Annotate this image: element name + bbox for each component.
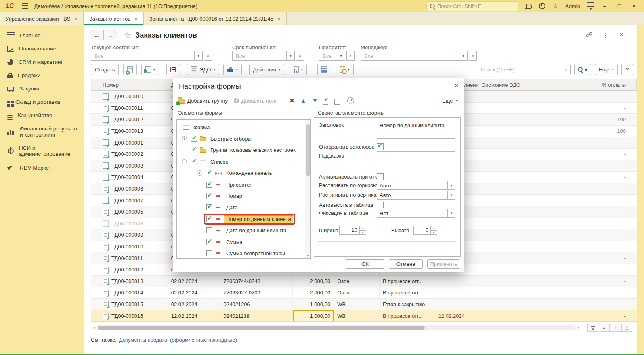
- stretch-vertical-select[interactable]: Авто▾: [377, 191, 455, 200]
- row-edo-state-cell[interactable]: [478, 183, 589, 195]
- dropdown-caret-icon[interactable]: ▾: [447, 191, 455, 199]
- sidebar-item[interactable]: RDV Маркет: [0, 161, 84, 174]
- column-header-marker[interactable]: [91, 79, 99, 90]
- row-edo-state-cell[interactable]: [478, 114, 589, 126]
- row-number-cell[interactable]: ТД00-000012: [99, 114, 168, 126]
- more-actions-icon[interactable]: [605, 33, 606, 34]
- row-payment-pct-cell[interactable]: -: [589, 310, 629, 322]
- dropdown-caret-icon[interactable]: ▾: [447, 209, 455, 217]
- favorite-star-icon[interactable]: ☆: [124, 30, 131, 40]
- row-sum-cell[interactable]: 1 000,00: [293, 310, 334, 322]
- column-header-payment-pct[interactable]: % оплаты: [589, 79, 629, 90]
- main-menu-icon[interactable]: [22, 3, 28, 9]
- tree-item-checkbox[interactable]: [206, 170, 212, 176]
- fixation-select[interactable]: Нет▾: [377, 209, 455, 218]
- column-header-edo-state[interactable]: Состояние ЭДО: [478, 79, 589, 90]
- print-button[interactable]: ▾: [223, 64, 242, 75]
- row-payment-pct-cell[interactable]: -: [589, 149, 629, 160]
- dropdown-caret-icon[interactable]: ▾: [459, 51, 467, 60]
- tree-item-checkbox[interactable]: [191, 136, 197, 142]
- forward-button[interactable]: →: [103, 30, 117, 40]
- scheduled-docs-button[interactable]: ▾: [336, 64, 354, 75]
- column-header-number[interactable]: Номер: [99, 79, 168, 90]
- ok-button[interactable]: ОК: [346, 259, 384, 269]
- show-caption-checkbox[interactable]: [377, 143, 384, 150]
- row-date-cell[interactable]: 02.02.2024: [168, 299, 220, 311]
- row-payment-pct-cell[interactable]: -: [589, 183, 629, 195]
- delete-item-button[interactable]: ✖: [289, 97, 295, 104]
- row-payment-pct-cell[interactable]: -: [589, 287, 629, 299]
- add-group-button[interactable]: Добавить группу: [178, 98, 228, 104]
- row-number-cell[interactable]: ТД00-000004: [99, 172, 168, 183]
- height-stepper[interactable]: 0▴▾: [413, 226, 437, 235]
- create-button[interactable]: Создать: [91, 64, 119, 75]
- row-due-cell[interactable]: [435, 287, 478, 299]
- row-client-number-cell[interactable]: 024021206: [220, 299, 293, 311]
- filter-priority-input[interactable]: Все▾: [319, 51, 345, 61]
- tree-item-checkbox[interactable]: [191, 147, 197, 153]
- row-number-cell[interactable]: ТД00-000014: [99, 287, 168, 299]
- row-number-cell[interactable]: ТД00-000013: [99, 126, 168, 137]
- tree-scroll-down-icon[interactable]: ▼: [306, 254, 310, 258]
- tree-item-checkbox[interactable]: [206, 182, 212, 188]
- row-due-cell[interactable]: 12.02.2024: [435, 310, 478, 322]
- filter-due-input[interactable]: Все▾: [232, 51, 295, 61]
- dialog-close-icon[interactable]: ×: [454, 82, 459, 90]
- row-number-cell[interactable]: ТД00-000012: [99, 264, 168, 276]
- row-payment-pct-cell[interactable]: 100: [589, 114, 629, 126]
- row-edo-state-cell[interactable]: [478, 126, 589, 137]
- dropdown-caret-icon[interactable]: ▾: [447, 181, 455, 189]
- tree-item[interactable]: Форма: [177, 122, 310, 133]
- clear-filter-icon[interactable]: ×: [204, 51, 212, 61]
- tree-item[interactable]: Быстрые отборы: [177, 133, 310, 144]
- row-number-cell[interactable]: ТД00-000015: [99, 299, 168, 311]
- row-client-number-cell[interactable]: 024021138: [220, 310, 293, 322]
- table-row[interactable]: ТД00-000016 12.02.2024 024021138 1 000,0…: [91, 310, 637, 322]
- edo-button[interactable]: ЭДО▾: [187, 64, 219, 75]
- row-payment-pct-cell[interactable]: -: [589, 218, 629, 230]
- tree-item[interactable]: Номер: [177, 190, 310, 202]
- row-edo-state-cell[interactable]: [478, 264, 589, 276]
- row-payment-pct-cell[interactable]: -: [589, 172, 629, 183]
- row-edo-state-cell[interactable]: [478, 218, 589, 230]
- tree-expander-icon[interactable]: [197, 170, 202, 176]
- row-client-cell[interactable]: WB: [334, 299, 380, 311]
- scrollbar-track[interactable]: [97, 325, 576, 330]
- row-payment-pct-cell[interactable]: -: [589, 160, 629, 172]
- reports-button[interactable]: ▾: [289, 64, 307, 75]
- add-fields-button[interactable]: +Добавить поля: [234, 98, 278, 104]
- scroll-right-icon[interactable]: ►: [576, 325, 582, 331]
- spin-down-icon[interactable]: ▾: [360, 230, 366, 235]
- tree-scrollbar-thumb[interactable]: [306, 124, 310, 176]
- sidebar-item[interactable]: Финансовый результат и контроллинг: [0, 122, 84, 141]
- row-number-cell[interactable]: ТД00-000006: [99, 183, 168, 195]
- row-edo-state-cell[interactable]: [478, 276, 589, 288]
- notifications-icon[interactable]: [526, 4, 532, 8]
- tree-item-checkbox[interactable]: [206, 250, 212, 256]
- sidebar-item[interactable]: Казначейство: [0, 109, 84, 122]
- row-payment-pct-cell[interactable]: 100: [589, 126, 629, 137]
- tree-item-checkbox[interactable]: [206, 204, 212, 210]
- tab-close-icon[interactable]: ×: [134, 16, 138, 22]
- activate-on-open-checkbox[interactable]: [377, 173, 384, 180]
- tab[interactable]: Заказы клиентов ×: [84, 12, 144, 25]
- row-number-cell[interactable]: ТД00-000001: [99, 137, 168, 149]
- tab[interactable]: Заказ клиента ТД00-000016 от 12.02.2024 …: [144, 12, 287, 25]
- dropdown-caret-icon[interactable]: ▾: [286, 51, 294, 60]
- row-date-cell[interactable]: 02.02.2024: [168, 287, 220, 299]
- tree-item-checkbox[interactable]: [206, 227, 212, 233]
- row-sum-cell[interactable]: 1 000,00: [293, 299, 334, 311]
- row-edo-state-cell[interactable]: [478, 287, 589, 299]
- tree-item[interactable]: Дата: [177, 202, 310, 213]
- tree-item[interactable]: Сумма: [177, 236, 310, 248]
- sidebar-item[interactable]: Закупки: [0, 82, 84, 95]
- row-payment-pct-cell[interactable]: -: [589, 241, 629, 253]
- search-settings-button[interactable]: ▾: [574, 64, 591, 75]
- row-date-cell[interactable]: 12.02.2024: [168, 310, 220, 322]
- filter-manager-input[interactable]: Все▾: [361, 51, 468, 61]
- row-sum-cell[interactable]: 2 000,00: [293, 287, 334, 299]
- sidebar-item[interactable]: НСИ и администрирование: [0, 141, 84, 161]
- table-row[interactable]: ТД00-000014 02.02.2024 72063627-0209 2 0…: [91, 287, 637, 299]
- row-edo-state-cell[interactable]: [478, 195, 589, 206]
- row-client-cell[interactable]: Озон: [334, 287, 380, 299]
